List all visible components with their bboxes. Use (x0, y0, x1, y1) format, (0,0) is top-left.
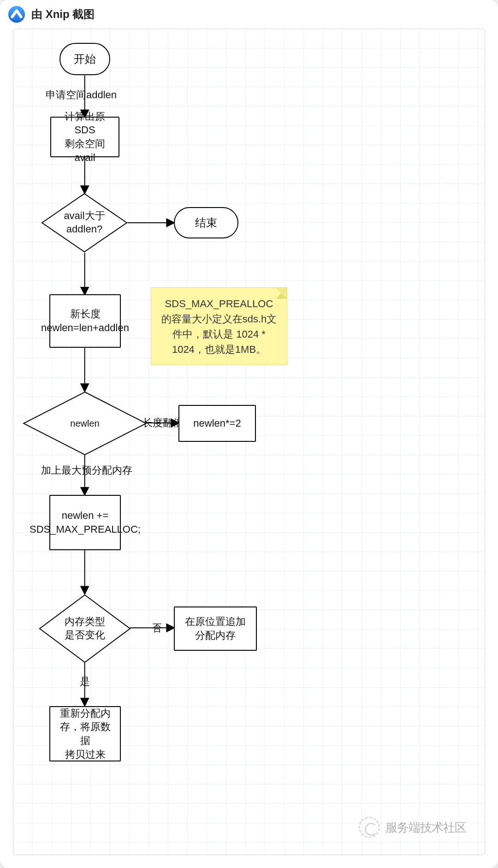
node-double: newlen*=2 (178, 405, 256, 442)
node-end: 结束 (174, 207, 238, 238)
xnip-scissors-icon (8, 6, 25, 23)
titlebar-text: 由 Xnip 截图 (31, 7, 95, 22)
edge-label-apply-addlen: 申请空间addlen (46, 88, 117, 102)
screenshot-window: 由 Xnip 截图 (0, 0, 498, 868)
titlebar: 由 Xnip 截图 (0, 0, 498, 29)
node-realloc-copy: 重新分配内存，将原数据拷贝过来 (49, 706, 121, 761)
edge-label-len-double: 长度翻倍 (142, 416, 183, 430)
node-check-avail: avail大于addlen? (41, 193, 128, 253)
node-type-change: 内存类型是否变化 (39, 594, 131, 663)
sticky-note: SDS_MAX_PREALLOC的容量大小定义在sds.h文件中，默认是 102… (151, 287, 287, 365)
flowchart-canvas: 开始 申请空间addlen 计算出原SDS剩余空间avail avail大于ad… (13, 29, 485, 855)
edge-label-add-max-prealloc: 加上最大预分配内存 (41, 464, 132, 477)
node-newlen-assign: 新长度newlen=len+addlen (49, 294, 121, 348)
edge-label-yes: 是 (80, 675, 90, 689)
node-check-prealloc: newlen (23, 391, 147, 456)
node-add-prealloc: newlen +=SDS_MAX_PREALLOC; (49, 495, 121, 550)
wechat-icon (359, 817, 380, 838)
node-calc-avail: 计算出原SDS剩余空间avail (50, 117, 119, 157)
node-realloc-inplace: 在原位置追加分配内存 (174, 606, 257, 651)
edge-label-no: 否 (152, 621, 162, 635)
watermark: 服务端技术社区 (359, 817, 466, 838)
node-start: 开始 (59, 43, 110, 75)
